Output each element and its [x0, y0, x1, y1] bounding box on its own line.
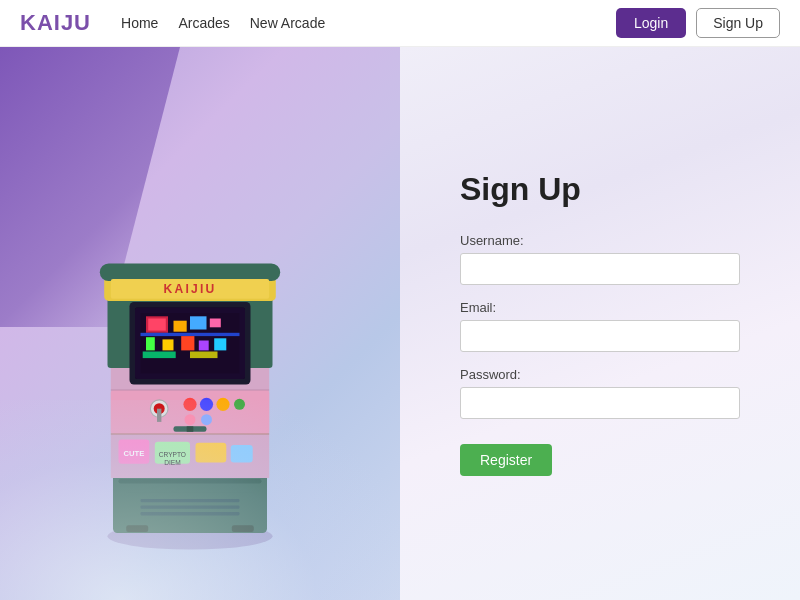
svg-rect-24: [190, 352, 218, 359]
svg-rect-19: [163, 339, 174, 350]
left-panel: KAIJIU: [0, 47, 400, 600]
svg-point-32: [234, 399, 245, 410]
svg-point-26: [150, 400, 168, 418]
register-button[interactable]: Register: [460, 444, 552, 476]
signup-button[interactable]: Sign Up: [696, 8, 780, 38]
nav-arcades[interactable]: Arcades: [178, 15, 229, 31]
svg-rect-50: [141, 512, 240, 515]
svg-text:DIEM: DIEM: [164, 459, 180, 466]
email-label: Email:: [460, 300, 740, 315]
svg-rect-39: [155, 442, 190, 464]
svg-rect-18: [146, 337, 155, 350]
svg-point-29: [183, 398, 196, 411]
svg-rect-47: [124, 492, 256, 525]
svg-rect-49: [141, 506, 240, 509]
svg-rect-35: [174, 426, 207, 432]
svg-rect-5: [100, 264, 280, 282]
svg-rect-20: [181, 336, 194, 350]
password-input[interactable]: [460, 387, 740, 419]
nav-home[interactable]: Home: [121, 15, 158, 31]
username-group: Username:: [460, 233, 740, 285]
login-button[interactable]: Login: [616, 8, 686, 38]
svg-rect-43: [231, 445, 253, 463]
password-group: Password:: [460, 367, 740, 419]
arcade-machine-container: KAIJIU: [80, 230, 300, 550]
username-label: Username:: [460, 233, 740, 248]
svg-point-34: [201, 414, 212, 425]
nav-new-arcade[interactable]: New Arcade: [250, 15, 325, 31]
svg-text:CRYPTO: CRYPTO: [159, 451, 186, 458]
signup-title: Sign Up: [460, 171, 740, 208]
nav-links: Home Arcades New Arcade: [121, 15, 616, 31]
svg-text:KAIJIU: KAIJIU: [164, 282, 217, 296]
navbar-actions: Login Sign Up: [616, 8, 780, 38]
svg-rect-21: [199, 341, 209, 351]
svg-point-27: [154, 403, 165, 414]
svg-point-0: [108, 523, 273, 549]
email-group: Email:: [460, 300, 740, 352]
svg-rect-52: [232, 525, 254, 532]
svg-rect-42: [196, 443, 227, 463]
right-panel: Sign Up Username: Email: Password: Regis…: [400, 47, 800, 600]
svg-rect-22: [214, 338, 226, 350]
arcade-machine-svg: KAIJIU: [80, 230, 300, 550]
brand-logo[interactable]: KAIJU: [20, 10, 91, 36]
svg-rect-36: [187, 426, 194, 432]
svg-rect-51: [126, 525, 148, 532]
svg-point-31: [216, 398, 229, 411]
svg-rect-13: [148, 319, 166, 331]
svg-rect-16: [210, 319, 221, 328]
svg-rect-1: [113, 473, 267, 534]
svg-rect-14: [174, 321, 187, 332]
signup-form: Sign Up Username: Email: Password: Regis…: [460, 171, 740, 476]
password-label: Password:: [460, 367, 740, 382]
svg-rect-25: [111, 390, 269, 434]
navbar: KAIJU Home Arcades New Arcade Login Sign…: [0, 0, 800, 47]
svg-point-30: [200, 398, 213, 411]
svg-rect-46: [119, 479, 262, 483]
svg-text:CUTE: CUTE: [123, 449, 144, 458]
main-content: KAIJIU: [0, 47, 800, 600]
svg-rect-23: [143, 352, 176, 359]
svg-rect-17: [141, 333, 240, 336]
username-input[interactable]: [460, 253, 740, 285]
email-input[interactable]: [460, 320, 740, 352]
svg-rect-28: [157, 409, 161, 422]
svg-rect-37: [119, 440, 150, 464]
svg-rect-15: [190, 316, 207, 329]
svg-point-33: [185, 414, 196, 425]
svg-rect-48: [141, 499, 240, 502]
